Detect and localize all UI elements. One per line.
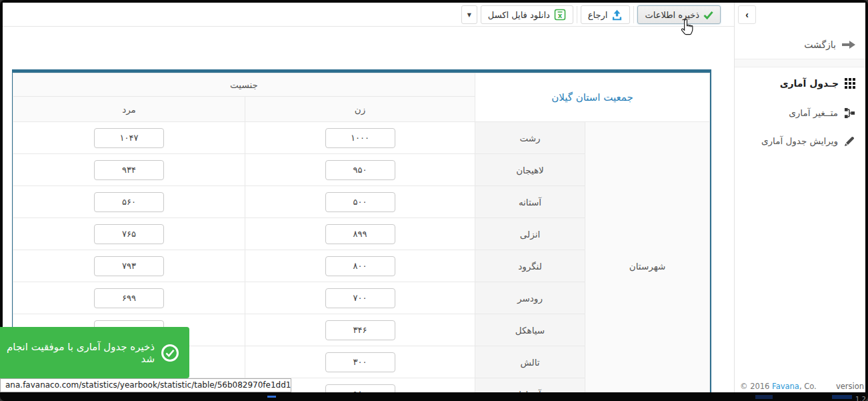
svg-text:x: x bbox=[558, 12, 563, 19]
sidebar: › بازگشت جـدول bbox=[734, 3, 865, 392]
city-name-cell: سیاهکل bbox=[475, 314, 585, 346]
taskbar-indicator bbox=[267, 396, 276, 398]
chevron-down-icon: ▼ bbox=[467, 12, 471, 18]
gender-header: جنسیت bbox=[13, 73, 475, 97]
back-arrow-icon bbox=[842, 40, 855, 49]
female-value-input[interactable] bbox=[325, 160, 395, 180]
male-value-cell bbox=[13, 154, 245, 186]
female-value-cell bbox=[245, 186, 475, 218]
favana-link[interactable]: Favana bbox=[772, 382, 799, 391]
hierarchy-icon bbox=[844, 107, 855, 119]
male-value-cell bbox=[13, 122, 245, 154]
grid-icon bbox=[845, 78, 855, 89]
male-value-input[interactable] bbox=[94, 288, 164, 308]
female-value-cell bbox=[245, 314, 475, 346]
copyright-text: © 2016 Favana, Co. bbox=[740, 382, 817, 391]
female-value-cell bbox=[245, 250, 475, 282]
table-row: شهرستانرشت bbox=[13, 122, 709, 154]
table-title: جمعیت استان گیلان bbox=[475, 73, 710, 122]
city-name-cell: لنگرود bbox=[475, 250, 585, 282]
female-value-cell bbox=[245, 282, 475, 314]
excel-file-icon: x bbox=[554, 9, 566, 21]
female-value-input[interactable] bbox=[325, 224, 395, 244]
save-success-toast: ذخیره جدول آماری با موفقیت انجام شد bbox=[0, 327, 189, 378]
city-name-cell: تالش bbox=[475, 346, 585, 378]
sidebar-item-statistical-variable[interactable]: متــغیر آماری bbox=[735, 103, 865, 123]
male-value-input[interactable] bbox=[94, 160, 164, 180]
female-value-input[interactable] bbox=[325, 256, 395, 276]
female-value-input[interactable] bbox=[325, 192, 395, 212]
male-value-cell bbox=[13, 250, 245, 282]
sidebar-item-label: متــغیر آماری bbox=[789, 107, 838, 118]
city-name-cell: آستارا bbox=[475, 378, 585, 393]
sidebar-divider-band bbox=[735, 59, 865, 67]
male-value-cell bbox=[13, 218, 245, 250]
check-icon bbox=[703, 11, 713, 19]
version-number: 1.2 bbox=[855, 396, 866, 401]
female-value-input[interactable] bbox=[325, 384, 395, 393]
city-name-cell: انزلی bbox=[475, 218, 585, 250]
male-value-input[interactable] bbox=[94, 224, 164, 244]
pencil-icon bbox=[844, 135, 855, 147]
sidebar-item-label: جـدول آماری bbox=[780, 78, 839, 89]
upload-icon bbox=[611, 9, 623, 21]
female-value-input[interactable] bbox=[325, 128, 395, 148]
download-excel-label: دانلود فایل اکسل bbox=[488, 10, 550, 20]
toolbar-separator bbox=[633, 6, 634, 23]
sidebar-item-label: بازگشت bbox=[804, 39, 836, 50]
download-excel-button[interactable]: x دانلود فایل اکسل bbox=[481, 5, 573, 24]
top-toolbar: ▼ x دانلود فایل اکسل bbox=[3, 3, 734, 27]
city-name-cell: لاهیجان bbox=[475, 154, 585, 186]
city-name-cell: آستانه bbox=[475, 186, 585, 218]
status-bar-url: ana.favanaco.com/statistics/yearbook/sta… bbox=[0, 378, 291, 392]
female-value-cell bbox=[245, 218, 475, 250]
male-value-cell bbox=[13, 282, 245, 314]
toast-message: ذخیره جدول آماری با موفقیت انجام شد bbox=[0, 341, 155, 365]
sidebar-item-label: ویرایش جدول آماری bbox=[761, 135, 838, 146]
toolbar-separator bbox=[577, 6, 577, 23]
male-value-input[interactable] bbox=[94, 256, 164, 276]
female-column-header: زن bbox=[245, 97, 475, 122]
sidebar-collapse-button[interactable]: › bbox=[738, 5, 756, 24]
taskbar-item bbox=[755, 395, 773, 399]
city-name-cell: رودسر bbox=[475, 282, 585, 314]
taskbar-item bbox=[832, 395, 852, 399]
version-label: version bbox=[836, 382, 864, 391]
sidebar-item-statistical-table[interactable]: جـدول آماری bbox=[735, 73, 865, 93]
male-column-header: مرد bbox=[13, 97, 245, 122]
male-value-cell bbox=[13, 186, 245, 218]
referral-label: ارجاع bbox=[588, 10, 608, 20]
chevron-right-icon: › bbox=[745, 9, 749, 20]
male-value-input[interactable] bbox=[94, 192, 164, 212]
female-value-input[interactable] bbox=[325, 352, 395, 372]
female-value-input[interactable] bbox=[325, 320, 395, 340]
success-check-icon bbox=[161, 344, 179, 362]
save-information-button[interactable]: ذخیره اطلاعات bbox=[637, 5, 721, 24]
female-value-cell bbox=[245, 122, 475, 154]
female-value-cell bbox=[245, 154, 475, 186]
female-value-input[interactable] bbox=[325, 288, 395, 308]
sidebar-item-back[interactable]: بازگشت bbox=[735, 35, 865, 55]
female-value-cell bbox=[245, 346, 475, 378]
sidebar-item-edit-statistical-table[interactable]: ویرایش جدول آماری bbox=[735, 131, 865, 151]
male-value-input[interactable] bbox=[94, 128, 164, 148]
referral-button[interactable]: ارجاع bbox=[581, 5, 631, 24]
sidebar-footer: © 2016 Favana, Co. version bbox=[737, 379, 861, 391]
county-merged-cell: شهرستان bbox=[585, 122, 710, 393]
app-window-frame: ▼ x دانلود فایل اکسل bbox=[0, 0, 868, 401]
download-options-dropdown[interactable]: ▼ bbox=[461, 5, 477, 24]
save-information-label: ذخیره اطلاعات bbox=[645, 10, 699, 20]
city-name-cell: رشت bbox=[475, 122, 585, 154]
